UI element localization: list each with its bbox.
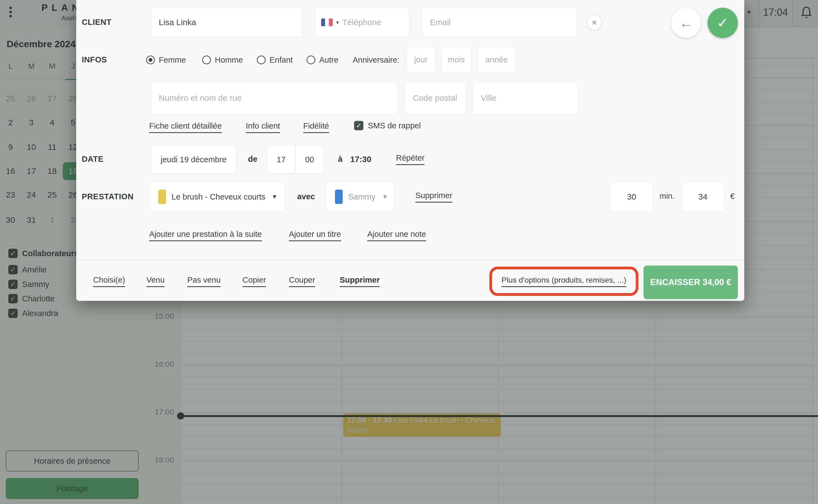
gender-label: Autre [319,55,338,65]
email-input[interactable] [422,8,577,37]
more-options-link[interactable]: Plus d'options (produits, remises, ...) [502,276,626,287]
staff-name: Sammy [348,192,375,201]
staff-color-swatch [335,190,343,204]
radio-icon[interactable] [202,55,211,64]
sms-reminder-label: SMS de rappel [368,121,421,130]
gender-label: Homme [215,55,243,65]
annotation-highlight-box: Plus d'options (produits, remises, ...) [489,267,639,296]
sms-reminder-option[interactable]: ✓ SMS de rappel [354,121,421,130]
client-info-link[interactable]: Info client [246,121,280,133]
start-minute-input[interactable]: 00 [295,145,324,174]
price-input[interactable]: 34 [682,182,724,211]
chevron-down-icon: ▼ [382,193,388,200]
with-label: avec [297,192,315,201]
phone-placeholder: Téléphone [342,18,381,27]
check-icon: ✓ [717,15,729,31]
copy-link[interactable]: Copier [242,275,266,287]
gender-label: Femme [159,55,186,65]
client-name-input[interactable] [151,8,303,37]
client-detail-link[interactable]: Fiche client détaillée [149,121,222,133]
delete-prestation-link[interactable]: Supprimer [416,191,453,203]
delete-appointment-link[interactable]: Supprimer [340,275,380,287]
date-picker[interactable]: jeudi 19 décembre [151,145,236,174]
from-label: de [248,155,257,164]
france-flag-icon[interactable] [321,18,333,26]
status-no-show-link[interactable]: Pas venu [187,275,221,287]
radio-icon[interactable] [306,55,315,64]
radio-selected-icon[interactable] [146,55,155,64]
appointment-modal: CLIENT ▾ Téléphone ✕ ← ✓ INFOS FemmeHomm… [76,0,744,301]
gender-option[interactable]: Femme [146,54,186,65]
radio-icon[interactable] [257,55,266,64]
close-icon[interactable]: ✕ [587,15,602,30]
checkbox-checked-icon[interactable]: ✓ [354,121,363,130]
birthday-label: Anniversaire: [353,55,399,65]
repeat-link[interactable]: Répéter [396,153,425,165]
street-input[interactable] [151,82,398,114]
gender-option[interactable]: Homme [202,54,243,65]
loyalty-link[interactable]: Fidélité [303,121,329,133]
birthday-month-input[interactable] [441,46,471,73]
date-section-label: DATE [82,155,104,164]
gender-option[interactable]: Enfant [257,54,293,65]
arrow-left-icon: ← [679,15,693,31]
currency-label: € [730,192,735,201]
cut-link[interactable]: Couper [289,275,315,287]
chevron-down-icon: ▼ [271,193,277,200]
add-prestation-link[interactable]: Ajouter une prestation à la suite [149,230,262,241]
birthday-year-input[interactable] [478,46,516,73]
client-section-label: CLIENT [82,18,112,27]
phone-field[interactable]: ▾ Téléphone [315,8,409,37]
duration-unit-label: min. [660,192,675,201]
add-note-link[interactable]: Ajouter une note [367,230,426,241]
staff-select[interactable]: Sammy ▼ [326,182,394,211]
gender-option[interactable]: Autre [306,54,338,65]
modal-footer-divider [76,260,744,260]
flag-caret-icon[interactable]: ▾ [336,19,339,26]
birthday-day-input[interactable] [406,46,435,73]
to-label: à [338,155,342,164]
gender-label: Enfant [269,55,293,65]
service-select[interactable]: Le brush - Cheveux courts ▼ [149,182,285,211]
infos-section-label: INFOS [82,55,107,64]
zip-input[interactable] [405,82,466,114]
confirm-button[interactable]: ✓ [708,8,738,38]
service-name: Le brush - Cheveux courts [171,192,265,201]
end-time: 17:30 [350,155,371,164]
status-came-link[interactable]: Venu [146,275,165,287]
checkout-button[interactable]: ENCAISSER 34,00 € [644,266,738,299]
status-chosen-link[interactable]: Choisi(e) [93,275,125,287]
duration-input[interactable]: 30 [610,182,653,211]
start-hour-input[interactable]: 17 [267,145,295,174]
service-color-swatch [158,190,166,204]
city-input[interactable] [473,82,578,114]
prestation-section-label: PRESTATION [82,192,134,201]
add-title-link[interactable]: Ajouter un titre [289,230,341,241]
back-button[interactable]: ← [671,8,701,38]
